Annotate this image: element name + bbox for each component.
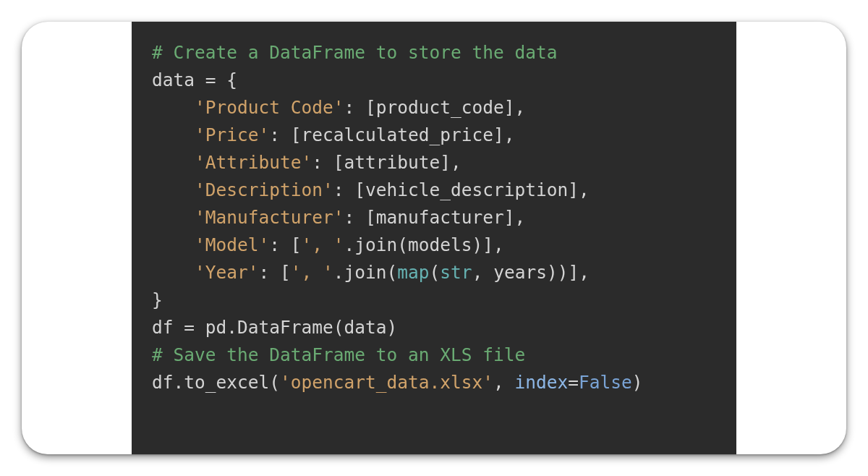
year-before: : [: [259, 262, 291, 283]
key-description: 'Description': [195, 179, 333, 200]
year-joinstr: ', ': [291, 262, 333, 283]
val-price: : [recalculated_price],: [269, 124, 514, 145]
excel-filename: 'opencart_data.xlsx': [280, 372, 493, 393]
val-description: : [vehicle_description],: [333, 179, 590, 200]
model-before: : [: [269, 234, 301, 255]
map-open: (: [430, 262, 441, 283]
key-price: 'Price': [195, 124, 269, 145]
builtin-str: str: [440, 262, 472, 283]
code-content: # Create a DataFrame to store the data d…: [152, 39, 719, 396]
year-join-open: .join(: [333, 262, 398, 283]
builtin-map: map: [397, 262, 429, 283]
val-attribute: : [attribute],: [312, 152, 461, 173]
key-model: 'Model': [195, 234, 269, 255]
comment-save-xls: # Save the DataFrame to an XLS file: [152, 344, 525, 365]
df-assign: df = pd.DataFrame(data): [152, 317, 397, 338]
dict-open: data = {: [152, 69, 237, 90]
code-card: # Create a DataFrame to store the data d…: [22, 22, 846, 454]
key-attribute: 'Attribute': [195, 152, 312, 173]
key-year: 'Year': [195, 262, 259, 283]
kwarg-index: index: [515, 372, 569, 393]
dict-close: }: [152, 289, 163, 310]
excel-mid: ,: [493, 372, 515, 393]
key-product-code: 'Product Code': [195, 97, 344, 118]
code-block: # Create a DataFrame to store the data d…: [132, 22, 736, 454]
map-rest: , years))],: [472, 262, 590, 283]
comment-create-df: # Create a DataFrame to store the data: [152, 42, 558, 63]
model-joinstr: ', ': [302, 234, 344, 255]
key-manufacturer: 'Manufacturer': [195, 207, 344, 228]
model-join: .join(models)],: [344, 234, 504, 255]
excel-close: ): [632, 372, 643, 393]
val-product-code: : [product_code],: [344, 97, 526, 118]
val-manufacturer: : [manufacturer],: [344, 207, 526, 228]
const-false: False: [579, 372, 632, 393]
excel-eq: =: [568, 372, 579, 393]
excel-prefix: df.to_excel(: [152, 372, 280, 393]
